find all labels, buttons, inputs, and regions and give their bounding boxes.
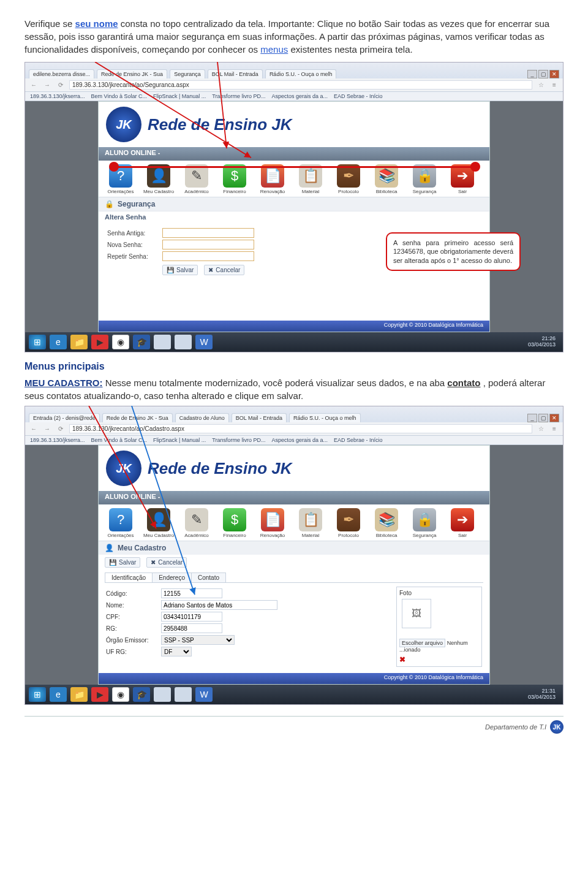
select-uf[interactable]: DF xyxy=(161,647,192,656)
folder-icon[interactable]: 📁 xyxy=(70,687,88,702)
menu-renovacao[interactable]: 📄Renovação xyxy=(255,508,290,538)
input-nome[interactable] xyxy=(161,600,277,610)
hat-icon[interactable]: 🎓 xyxy=(133,335,150,349)
page-footer: Departamento de T.I JK xyxy=(24,716,564,741)
menu-protocolo[interactable]: ✒Protocolo xyxy=(331,508,366,538)
biblioteca-icon: 📚 xyxy=(375,508,398,531)
menu-seguranca[interactable]: 🔒Segurança xyxy=(407,164,442,194)
browser-tab[interactable]: Entrada (2) - denis@rede xyxy=(29,413,100,422)
menu-renovacao[interactable]: 📄Renovação xyxy=(255,164,290,194)
maximize-button[interactable]: ▢ xyxy=(538,70,548,78)
star-icon[interactable]: ☆ xyxy=(536,425,546,432)
input-repetir-senha[interactable] xyxy=(162,251,254,261)
star-icon[interactable]: ☆ xyxy=(536,82,546,88)
menu-financeiro[interactable]: $Financeiro xyxy=(217,508,252,538)
forward-button[interactable]: → xyxy=(42,425,52,432)
browser-tab[interactable]: BOL Mail - Entrada xyxy=(208,69,263,78)
browser-tab[interactable]: Rede de Ensino JK - Sua xyxy=(102,413,173,422)
save-button[interactable]: 💾 Salvar xyxy=(105,557,140,568)
app-icon[interactable] xyxy=(175,687,192,702)
tab-identificacao[interactable]: Identificação xyxy=(105,572,153,582)
tab-endereco[interactable]: Endereço xyxy=(152,572,192,582)
menu-academico[interactable]: ✎Acadêmico xyxy=(179,508,214,538)
menu-cadastro[interactable]: 👤Meu Cadastro xyxy=(141,164,176,194)
menu-sair[interactable]: ➔Sair xyxy=(445,508,480,538)
app-icon[interactable] xyxy=(175,335,192,349)
delete-photo-icon[interactable]: ✖ xyxy=(399,655,479,664)
address-bar[interactable]: 189.36.3.130/jkrecanto/ao/Seguranca.aspx xyxy=(69,80,532,89)
ie-icon[interactable]: e xyxy=(50,335,67,349)
browser-tab[interactable]: edilene.bezerra disse... xyxy=(29,69,94,78)
reload-button[interactable]: ⟳ xyxy=(56,82,66,88)
browser-tab[interactable]: Rádio S.U. - Ouça o melh xyxy=(265,69,337,78)
menu-academico[interactable]: ✎Acadêmico xyxy=(179,164,214,194)
menu-icon[interactable]: ≡ xyxy=(549,82,559,88)
back-button[interactable]: ← xyxy=(29,425,39,432)
cancel-button[interactable]: ✖ Cancelar xyxy=(146,557,187,568)
start-button[interactable]: ⊞ xyxy=(29,335,46,349)
app-icon[interactable] xyxy=(154,335,171,349)
bookmark[interactable]: EAD Sebrae - Início xyxy=(334,93,383,99)
word-icon[interactable]: W xyxy=(195,335,213,349)
hat-icon[interactable]: 🎓 xyxy=(133,687,150,702)
input-nova-senha[interactable] xyxy=(162,240,254,249)
maximize-button[interactable]: ▢ xyxy=(538,414,548,422)
bookmark[interactable]: Transforme livro PD... xyxy=(212,437,265,443)
browser-tab[interactable]: Segurança xyxy=(170,69,205,78)
bookmark[interactable]: Bem Vindo à Solar C... xyxy=(91,93,147,99)
menu-biblioteca[interactable]: 📚Biblioteca xyxy=(369,508,404,538)
app-icon[interactable] xyxy=(154,687,171,702)
label-orgao: Órgão Emissor: xyxy=(106,637,156,644)
bookmark[interactable]: FlipSnack | Manual ... xyxy=(153,93,206,99)
browser-tab[interactable]: Cadastro de Aluno xyxy=(175,413,229,422)
chrome-icon[interactable]: ◉ xyxy=(112,687,129,702)
bookmark[interactable]: FlipSnack | Manual ... xyxy=(153,437,206,443)
start-button[interactable]: ⊞ xyxy=(29,687,46,702)
back-button[interactable]: ← xyxy=(29,82,39,88)
bookmark[interactable]: 189.36.3.130/jkserra... xyxy=(30,437,85,443)
close-button[interactable]: ✕ xyxy=(549,414,559,422)
minimize-button[interactable]: _ xyxy=(527,414,537,422)
label-cpf: CPF: xyxy=(106,614,156,620)
menu-seguranca[interactable]: 🔒Segurança xyxy=(407,508,442,538)
browser-tab[interactable]: Rádio S.U. - Ouça o melh xyxy=(289,413,361,422)
menu-biblioteca[interactable]: 📚Biblioteca xyxy=(369,164,404,194)
contato-link: contato xyxy=(447,378,480,388)
menu-material[interactable]: 📋Material xyxy=(293,508,328,538)
cancel-button[interactable]: ✖ Cancelar xyxy=(204,265,244,275)
chrome-icon[interactable]: ◉ xyxy=(112,335,129,349)
bookmark[interactable]: EAD Sebrae - Início xyxy=(334,437,383,443)
menu-material[interactable]: 📋Material xyxy=(293,164,328,194)
ie-icon[interactable]: e xyxy=(50,687,67,702)
bookmark[interactable]: Aspectos gerais da a... xyxy=(272,437,328,443)
input-codigo[interactable] xyxy=(161,588,222,598)
forward-button[interactable]: → xyxy=(42,82,52,88)
menu-orientacoes[interactable]: ?Orientações xyxy=(104,164,138,194)
app-icon[interactable]: ▶ xyxy=(91,687,108,702)
close-button[interactable]: ✕ xyxy=(549,70,559,78)
choose-file-button[interactable]: Escolher arquivo xyxy=(399,639,445,647)
select-orgao[interactable]: SSP - SSP xyxy=(161,635,235,645)
input-cpf[interactable] xyxy=(161,612,222,622)
tab-contato[interactable]: Contato xyxy=(191,572,226,582)
browser-tab[interactable]: Rede de Ensino JK - Sua xyxy=(97,69,167,78)
menu-financeiro[interactable]: $Financeiro xyxy=(217,164,252,194)
menu-cadastro[interactable]: 👤Meu Cadastro xyxy=(141,508,176,538)
minimize-button[interactable]: _ xyxy=(527,70,537,78)
address-bar[interactable]: 189.36.3.130/jkrecanto/ao/Cadastro.aspx xyxy=(69,424,532,433)
word-icon[interactable]: W xyxy=(195,687,213,702)
bookmark[interactable]: Aspectos gerais da a... xyxy=(272,93,328,99)
browser-tab[interactable]: BOL Mail - Entrada xyxy=(232,413,287,422)
menu-orientacoes[interactable]: ?Orientações xyxy=(104,508,138,538)
input-senha-antiga[interactable] xyxy=(162,228,254,238)
menu-protocolo[interactable]: ✒Protocolo xyxy=(331,164,366,194)
folder-icon[interactable]: 📁 xyxy=(70,335,88,349)
menu-icon[interactable]: ≡ xyxy=(549,425,559,432)
bookmark[interactable]: Bem Vindo à Solar C... xyxy=(91,437,147,443)
bookmark[interactable]: 189.36.3.130/jkserra... xyxy=(30,93,85,99)
app-icon[interactable]: ▶ xyxy=(91,335,108,349)
input-rg[interactable] xyxy=(161,623,222,633)
save-button[interactable]: 💾 Salvar xyxy=(162,265,198,275)
reload-button[interactable]: ⟳ xyxy=(56,425,66,432)
bookmark[interactable]: Transforme livro PD... xyxy=(212,93,265,99)
